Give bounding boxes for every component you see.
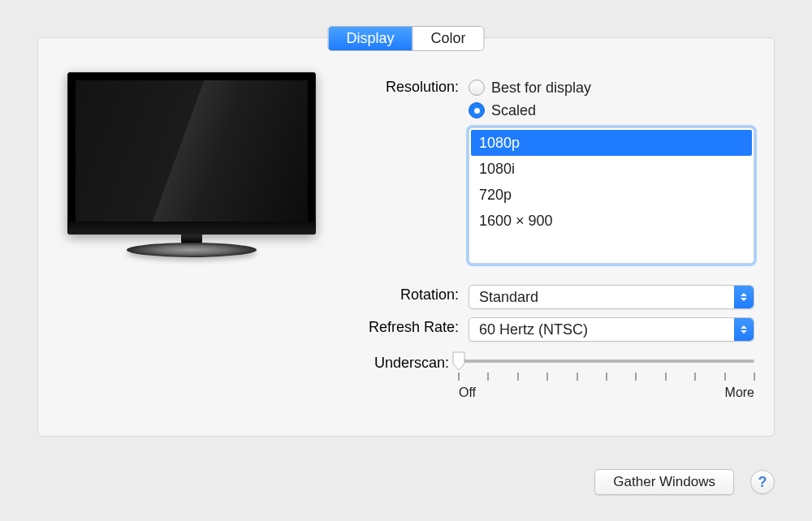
row-resolution: Resolution: Best for display Scaled 1080… [347, 77, 754, 264]
tab-segmented-control: Display Color [327, 26, 484, 51]
monitor-illustration [67, 72, 316, 283]
label-rotation: Rotation: [347, 285, 469, 304]
radio-icon [469, 102, 485, 118]
radio-label: Best for display [491, 80, 591, 97]
row-underscan: Underscan: Off [347, 353, 754, 400]
popup-stepper-icon [734, 286, 754, 308]
resolution-item[interactable]: 1600 × 900 [471, 208, 752, 234]
underscan-slider[interactable]: Off More [459, 353, 754, 400]
slider-rail [459, 360, 754, 363]
monitor-bezel [67, 72, 316, 235]
gather-windows-button[interactable]: Gather Windows [594, 469, 734, 495]
row-refresh-rate: Refresh Rate: 60 Hertz (NTSC) [347, 317, 754, 342]
label-refresh-rate: Refresh Rate: [347, 317, 469, 336]
resolution-item[interactable]: 1080i [471, 156, 752, 182]
refresh-rate-value: 60 Hertz (NTSC) [469, 321, 734, 338]
slider-end-right: More [725, 385, 754, 400]
label-underscan: Underscan: [347, 353, 459, 372]
display-prefs-window: Resolution: Best for display Scaled 1080… [0, 0, 812, 521]
bottom-controls: Gather Windows ? [594, 469, 775, 495]
rotation-popup[interactable]: Standard [469, 285, 754, 309]
radio-label: Scaled [491, 102, 536, 119]
refresh-rate-popup[interactable]: 60 Hertz (NTSC) [469, 317, 754, 342]
tab-color[interactable]: Color [412, 27, 484, 50]
slider-ticks [459, 372, 754, 382]
label-resolution: Resolution: [347, 77, 469, 96]
resolution-item[interactable]: 720p [471, 182, 752, 208]
monitor-screen [76, 80, 308, 226]
rotation-value: Standard [469, 289, 734, 306]
radio-icon [469, 80, 485, 96]
slider-end-left: Off [459, 385, 476, 400]
radio-best-for-display[interactable]: Best for display [469, 77, 754, 98]
display-settings-form: Resolution: Best for display Scaled 1080… [347, 77, 754, 408]
help-button[interactable]: ? [750, 470, 775, 494]
resolution-list[interactable]: 1080p1080i720p1600 × 900 [469, 127, 754, 264]
display-settings-panel: Resolution: Best for display Scaled 1080… [37, 37, 775, 437]
resolution-item[interactable]: 1080p [471, 130, 752, 156]
tab-display[interactable]: Display [328, 27, 412, 50]
slider-thumb[interactable] [452, 351, 465, 371]
radio-scaled[interactable]: Scaled [469, 100, 754, 121]
popup-stepper-icon [734, 318, 754, 341]
row-rotation: Rotation: Standard [347, 285, 754, 309]
